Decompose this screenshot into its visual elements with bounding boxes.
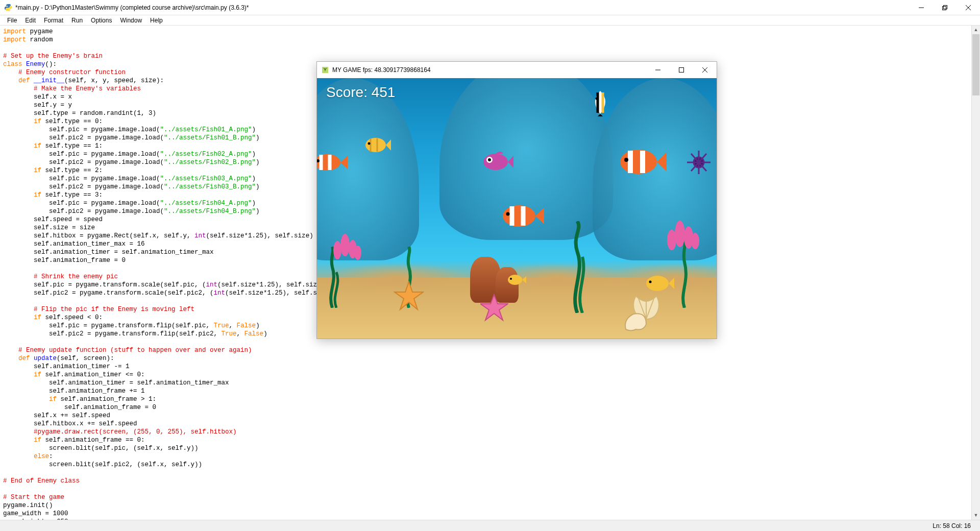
menu-edit[interactable]: Edit: [21, 16, 40, 25]
scroll-up-arrow[interactable]: ▲: [972, 26, 980, 34]
menu-run[interactable]: Run: [67, 16, 87, 25]
player-fish: [480, 150, 513, 176]
menu-help[interactable]: Help: [146, 16, 167, 25]
menu-options[interactable]: Options: [87, 16, 116, 25]
svg-point-46: [649, 281, 652, 283]
pygame-titlebar[interactable]: MY GAME fps: 48.30917739868164: [317, 62, 717, 78]
yellow-fish-enemy: [363, 134, 391, 157]
svg-point-16: [675, 221, 685, 247]
svg-point-12: [340, 234, 350, 256]
maximize-button[interactable]: [933, 0, 957, 15]
starfish-orange: [394, 281, 424, 313]
pygame-maximize-button[interactable]: [670, 62, 693, 78]
menu-format[interactable]: Format: [40, 16, 67, 25]
svg-point-45: [646, 276, 669, 291]
pygame-window-controls: [646, 62, 717, 78]
game-canvas[interactable]: Score: 451: [317, 78, 717, 339]
idle-titlebar[interactable]: *main.py - D:\Python1Master\Swimmy (comp…: [0, 0, 980, 15]
starfish-pink: [480, 294, 508, 323]
svg-rect-4: [944, 5, 947, 9]
clownfish-enemy: [317, 150, 348, 177]
svg-point-43: [508, 275, 522, 285]
clownfish-enemy: [618, 144, 667, 181]
svg-point-14: [354, 246, 361, 260]
minimize-button[interactable]: [910, 0, 933, 15]
svg-point-41: [503, 205, 535, 227]
seaweed: [567, 221, 587, 313]
pygame-icon: [321, 66, 329, 74]
scroll-down-arrow[interactable]: ▼: [972, 511, 980, 520]
coral-pink: [666, 214, 701, 252]
pygame-minimize-button[interactable]: [646, 62, 670, 78]
pygame-title: MY GAME fps: 48.30917739868164: [332, 66, 646, 74]
svg-point-1: [9, 10, 10, 10]
idle-statusbar: Ln: 58 Col: 16: [0, 520, 980, 531]
svg-point-37: [488, 158, 491, 161]
svg-point-18: [691, 233, 699, 249]
striped-fish-enemy: [587, 88, 613, 118]
yellow-fish-enemy: [644, 272, 674, 296]
small-yellow-fish: [506, 272, 526, 289]
pygame-window[interactable]: MY GAME fps: 48.30917739868164: [316, 61, 717, 339]
cursor-position: Ln: 58 Col: 16: [933, 522, 971, 529]
svg-point-39: [620, 150, 657, 174]
svg-point-40: [624, 158, 628, 162]
coral-pink: [332, 230, 363, 262]
python-idle-icon: [4, 4, 12, 12]
svg-point-0: [7, 5, 7, 5]
svg-rect-3: [943, 6, 946, 10]
menu-window[interactable]: Window: [116, 16, 146, 25]
svg-point-11: [333, 241, 341, 259]
svg-point-42: [506, 212, 510, 216]
urchin-purple: [686, 150, 712, 177]
scroll-thumb[interactable]: [972, 34, 979, 95]
score-label: Score: 451: [326, 84, 395, 101]
window-controls: [910, 0, 980, 15]
idle-menubar: File Edit Format Run Options Window Help: [0, 15, 980, 26]
svg-point-38: [596, 98, 598, 100]
svg-rect-8: [679, 68, 684, 73]
svg-point-44: [510, 278, 512, 280]
conch-shell: [623, 311, 649, 333]
idle-title: *main.py - D:\Python1Master\Swimmy (comp…: [15, 4, 910, 11]
svg-point-33: [365, 138, 386, 152]
pygame-close-button[interactable]: [693, 62, 717, 78]
menu-file[interactable]: File: [3, 16, 21, 25]
close-button[interactable]: [957, 0, 980, 15]
vertical-scrollbar[interactable]: ▲ ▼: [971, 26, 980, 520]
svg-point-34: [368, 142, 371, 145]
clownfish-enemy: [501, 201, 544, 233]
svg-point-35: [483, 154, 508, 170]
